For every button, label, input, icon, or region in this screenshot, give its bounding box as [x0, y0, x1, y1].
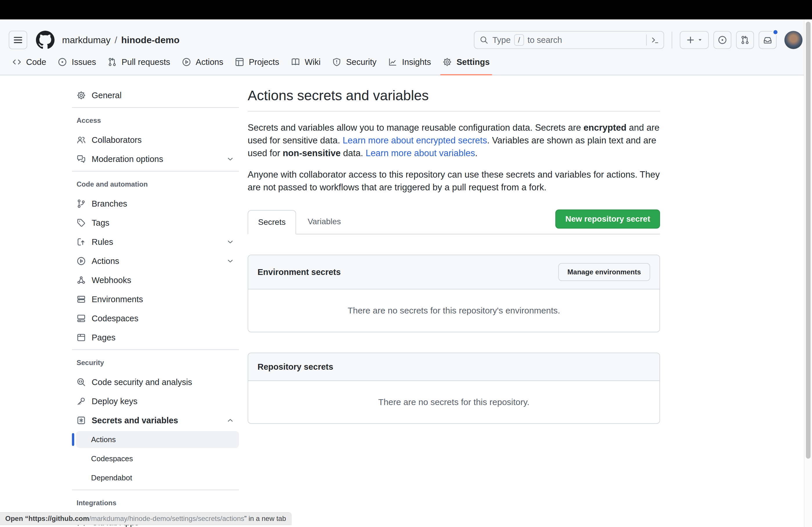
chevron-down-icon: [226, 238, 234, 246]
slash-key-hint: /: [514, 34, 524, 46]
hamburger-menu-button[interactable]: [9, 31, 27, 49]
sidebar-item-codespaces[interactable]: Codespaces: [72, 310, 239, 327]
main-content: Actions secrets and variables Secrets an…: [248, 88, 660, 424]
people-icon: [76, 135, 86, 145]
scrollbar-track[interactable]: [804, 19, 812, 527]
code-scan-icon: [76, 377, 86, 387]
tab-actions[interactable]: Actions: [176, 49, 229, 75]
tab-insights[interactable]: Insights: [382, 49, 437, 75]
github-logo-icon[interactable]: [36, 31, 55, 49]
sidebar-item-pages[interactable]: Pages: [72, 329, 239, 346]
tag-icon: [76, 218, 86, 227]
caret-down-icon: [697, 37, 703, 43]
tab-variables[interactable]: Variables: [296, 209, 353, 234]
breadcrumb-repo[interactable]: hinode-demo: [121, 35, 179, 45]
sidebar-item-branches[interactable]: Branches: [72, 195, 239, 212]
tab-issues[interactable]: Issues: [52, 49, 102, 75]
sidebar-item-general[interactable]: General: [72, 87, 239, 104]
sidebar-item-webhooks[interactable]: Webhooks: [72, 272, 239, 289]
issue-opened-icon: [718, 35, 727, 45]
code-icon: [12, 57, 21, 66]
rules-icon: [76, 237, 86, 246]
sidebar-subitem-dependabot[interactable]: Dependabot: [76, 469, 239, 486]
sidebar-section-access: Access: [72, 117, 239, 124]
sidebar-item-code-security[interactable]: Code security and analysis: [72, 374, 239, 391]
chevron-up-icon: [226, 416, 234, 424]
chevron-down-icon: [226, 257, 234, 265]
scrollbar-thumb[interactable]: [806, 22, 811, 458]
secrets-variables-tabs: Secrets Variables New repository secret: [248, 209, 660, 235]
header-divider: [672, 32, 672, 48]
tab-wiki[interactable]: Wiki: [285, 49, 327, 75]
breadcrumb-owner[interactable]: markdumay: [62, 35, 111, 45]
sidebar-subitem-codespaces[interactable]: Codespaces: [76, 450, 239, 467]
sidebar-item-tags[interactable]: Tags: [72, 214, 239, 231]
server-icon: [76, 295, 86, 304]
search-icon: [480, 36, 488, 44]
sidebar-section-security: Security: [72, 359, 239, 367]
search-placeholder-prefix: Type: [492, 35, 511, 45]
tab-pull-requests[interactable]: Pull requests: [102, 49, 176, 75]
git-pull-request-icon: [740, 35, 750, 45]
sidebar-item-environments[interactable]: Environments: [72, 291, 239, 308]
intro-paragraph: Secrets and variables allow you to manag…: [248, 121, 660, 160]
user-avatar[interactable]: [784, 31, 803, 49]
repository-secrets-empty-text: There are no secrets for this repository…: [248, 381, 659, 423]
webhook-icon: [76, 275, 86, 285]
issue-opened-icon: [58, 57, 67, 66]
settings-sidebar: General Access Collaborators Moderation …: [72, 87, 239, 527]
gear-icon: [443, 57, 452, 66]
sidebar-item-actions[interactable]: Actions: [72, 253, 239, 269]
tab-settings[interactable]: Settings: [437, 49, 495, 75]
repository-secrets-box: Repository secrets There are no secrets …: [248, 352, 660, 424]
create-new-button[interactable]: [680, 31, 709, 49]
sidebar-subitem-actions[interactable]: Actions: [76, 431, 239, 448]
github-header: markdumay / hinode-demo Type / to search: [0, 19, 812, 75]
play-circle-icon: [182, 57, 191, 66]
hamburger-icon: [13, 35, 23, 45]
codespaces-icon: [76, 314, 86, 323]
pull-requests-dashboard-button[interactable]: [736, 31, 754, 49]
sidebar-item-deploy-keys[interactable]: Deploy keys: [72, 393, 239, 410]
notification-dot: [772, 29, 779, 35]
sidebar-item-collaborators[interactable]: Collaborators: [72, 132, 239, 148]
tab-projects[interactable]: Projects: [229, 49, 285, 75]
book-icon: [291, 57, 300, 66]
tab-code[interactable]: Code: [6, 49, 52, 75]
environment-secrets-empty-text: There are no secrets for this repository…: [248, 289, 659, 332]
tab-security[interactable]: Security: [326, 49, 382, 75]
shield-icon: [332, 57, 341, 66]
gear-icon: [76, 91, 86, 100]
sidebar-divider: [72, 349, 239, 350]
link-variables[interactable]: Learn more about variables: [366, 148, 475, 158]
breadcrumb-separator: /: [115, 35, 117, 45]
sidebar-divider: [72, 171, 239, 171]
key-icon: [76, 397, 86, 406]
inbox-button[interactable]: [759, 31, 777, 49]
link-encrypted-secrets[interactable]: Learn more about encrypted secrets: [343, 135, 487, 146]
inbox-icon: [763, 35, 772, 45]
manage-environments-button[interactable]: Manage environments: [558, 263, 650, 281]
repository-secrets-title: Repository secrets: [258, 362, 333, 372]
sidebar-section-code-automation: Code and automation: [72, 180, 239, 188]
command-palette-icon[interactable]: [651, 36, 659, 44]
page-title: Actions secrets and variables: [248, 88, 660, 103]
breadcrumb: markdumay / hinode-demo: [62, 35, 179, 45]
window-chrome-bar: [0, 0, 812, 19]
browser-icon: [76, 333, 86, 342]
sidebar-item-secrets-variables[interactable]: Secrets and variables: [72, 412, 239, 429]
search-input[interactable]: Type / to search: [474, 31, 664, 49]
project-table-icon: [235, 57, 244, 66]
link-status-tooltip: Open “https://github.com/markdumay/hinod…: [0, 512, 291, 525]
environment-secrets-title: Environment secrets: [258, 267, 341, 277]
sidebar-item-moderation-options[interactable]: Moderation options: [72, 151, 239, 167]
comment-discussion-icon: [76, 154, 86, 164]
environment-secrets-box: Environment secrets Manage environments …: [248, 255, 660, 332]
plus-icon: [686, 35, 695, 45]
sidebar-item-rules[interactable]: Rules: [72, 234, 239, 250]
git-pull-request-icon: [107, 57, 117, 66]
chevron-down-icon: [226, 155, 234, 163]
issues-dashboard-button[interactable]: [713, 31, 731, 49]
tab-secrets[interactable]: Secrets: [248, 210, 296, 235]
new-repository-secret-button[interactable]: New repository secret: [555, 209, 660, 229]
